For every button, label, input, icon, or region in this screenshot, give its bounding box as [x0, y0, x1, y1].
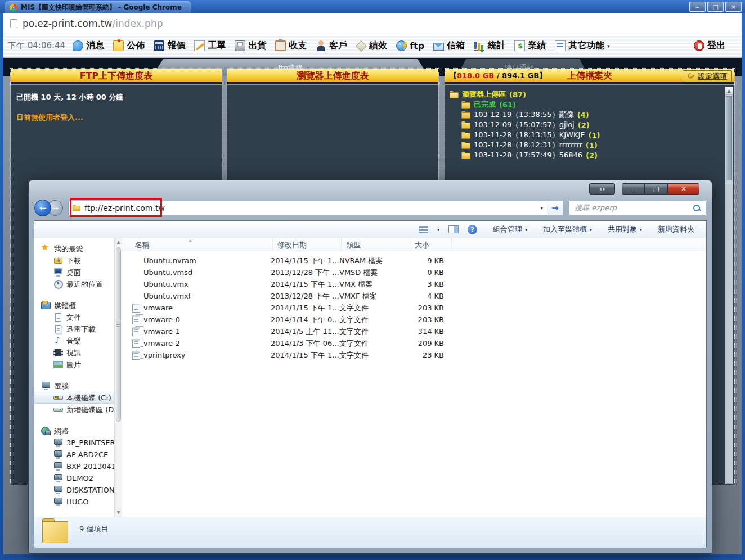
menu-item[interactable]: 公佈 [113, 40, 147, 52]
menu-item[interactable]: 報價 [154, 40, 188, 52]
menu-item[interactable]: 客戶 [316, 40, 350, 52]
explorer-window: ↔ – □ × ← → ftp://ez-print.com.tw ▾ → 搜尋… [28, 180, 712, 554]
file-name: Ubuntu.vmxf [140, 292, 271, 300]
menu-item[interactable]: 績效 [356, 40, 390, 52]
search-input[interactable]: 搜尋 ezperp [569, 201, 706, 215]
preview-pane-icon[interactable] [448, 225, 459, 233]
sidebar-item[interactable]: 3P_PRINTSERV3 [34, 437, 114, 449]
settings-button[interactable]: 設定選項 [683, 70, 732, 82]
folder-icon [42, 518, 68, 543]
menu-item[interactable]: 出貨 [235, 40, 269, 52]
calc-icon [154, 40, 164, 51]
column-header[interactable]: 類型 [342, 238, 410, 251]
command-item[interactable]: 共用對象 ▾ [608, 224, 642, 234]
menu-item[interactable]: 工單 [194, 40, 228, 52]
menu-item[interactable]: 其它功能 ▾ [555, 40, 610, 52]
sidebar-item[interactable]: 最近的位置 [34, 278, 114, 290]
tree-scrollbar[interactable]: ▲ [725, 87, 733, 484]
file-row[interactable]: Ubuntu.vmsd 2013/12/28 下午 ... VMSD 檔案 0 … [122, 267, 706, 278]
file-name: vmware-2 [140, 339, 271, 347]
sidebar-item[interactable]: 迅雷下載 [34, 323, 114, 335]
sidebar-item[interactable]: 音樂 [34, 335, 114, 347]
address-input[interactable]: ftp://ez-print.com.tw ▾ [68, 201, 547, 215]
pc2-icon [53, 486, 63, 494]
column-header[interactable]: 修改日期 [273, 238, 342, 251]
column-header[interactable]: 大小 [410, 238, 452, 251]
file-row[interactable]: Ubuntu.vmx 2014/1/15 下午 1... VMX 檔案 3 KB [122, 278, 706, 290]
sidebar-item[interactable]: 桌面 [34, 267, 114, 278]
tree-row[interactable]: 103-11-28（17:57:49）56846 (2) [461, 150, 723, 160]
msg-icon [73, 40, 83, 51]
file-name: vmware-1 [140, 327, 271, 336]
file-row[interactable]: vmware-1 2014/1/5 上午 11... 文字文件 314 KB [122, 326, 706, 337]
menu-item[interactable]: 消息 [73, 40, 107, 52]
sidebar-item[interactable]: 媒體櫃 [34, 300, 114, 311]
tree-row[interactable]: 瀏覽器上傳區 (87) [450, 89, 723, 100]
scroll-up-icon[interactable]: ▲ [115, 238, 122, 246]
chrome-address-bar[interactable]: po.ez-print.com.tw/index.php [3, 13, 742, 34]
caret-down-icon: ▾ [607, 43, 610, 49]
menu-item-label: 其它功能 [568, 40, 604, 52]
command-item[interactable]: 加入至媒體櫃 ▾ [543, 224, 592, 234]
tree-row[interactable]: 103-11-28（18:13:15）KJWKJE (1) [461, 130, 723, 140]
caret-down-icon: ▾ [640, 227, 642, 232]
file-row[interactable]: vprintproxy 2014/1/15 下午 1... 文字文件 23 KB [122, 349, 706, 361]
tree-row[interactable]: 103-12-19（13:38:55）顯像 (4) [461, 110, 723, 120]
menu-item[interactable]: 統計 [474, 40, 508, 52]
sidebar-item[interactable]: DEMO2 [34, 472, 114, 484]
sidebar-item[interactable]: 我的最愛 [34, 243, 114, 255]
menu-item[interactable]: ftp [396, 40, 427, 51]
mail-icon [433, 43, 444, 51]
sidebar-item[interactable]: AP-ABD2CE [34, 449, 114, 460]
panel-browser-progress-title: 瀏覽器上傳進度表 [227, 69, 438, 84]
resize-button[interactable]: ↔ [589, 183, 615, 195]
url-text[interactable]: po.ez-print.com.tw/index.php [23, 18, 163, 29]
menu-item[interactable]: 業績 [514, 40, 549, 52]
close-button[interactable]: × [725, 2, 742, 12]
scrollbar-thumb[interactable] [726, 96, 732, 180]
menu-item[interactable]: 收支 [275, 40, 309, 52]
menu-item[interactable]: 信箱 [433, 40, 468, 52]
chevron-down-icon[interactable]: ▾ [540, 205, 543, 211]
explorer-minimize-button[interactable]: – [622, 183, 645, 195]
file-row[interactable]: vmware-0 2014/1/14 下午 0... 文字文件 203 KB [122, 314, 706, 326]
sidebar-item[interactable]: 視訊 [34, 347, 114, 359]
back-button[interactable]: ← [34, 200, 51, 216]
file-type: 文字文件 [339, 350, 402, 360]
views-caret-icon[interactable]: ▾ [437, 227, 439, 232]
sidebar-item[interactable]: 文件 [34, 311, 114, 323]
scrollbar-thumb[interactable] [116, 247, 121, 422]
scroll-down-icon[interactable]: ▼ [115, 509, 122, 517]
sidebar-item[interactable]: BXP-20130415G [34, 460, 114, 472]
file-row[interactable]: Ubuntu.vmxf 2013/12/28 下午 ... VMXF 檔案 4 … [122, 290, 706, 302]
tree-row[interactable]: 已完成 (61) [461, 100, 723, 110]
tree-row[interactable]: 103-12-09（15:07:57）gjioj (2) [461, 120, 723, 130]
explorer-close-button[interactable]: × [668, 183, 699, 195]
sort-indicator-icon: ▲ [189, 238, 192, 243]
file-row[interactable]: Ubuntu.nvram 2014/1/15 下午 1... NVRAM 檔案 … [122, 255, 706, 267]
sidebar-item[interactable]: 電腦 [34, 380, 114, 392]
sidebar-item[interactable]: HUGO [34, 496, 114, 508]
minimize-button[interactable]: – [689, 2, 706, 12]
tree-row[interactable]: 103-11-28（18:12:31）rrrrrrrr (1) [461, 140, 723, 150]
views-icon[interactable] [419, 226, 428, 233]
sidebar-item[interactable]: 新增磁碟區 (D:) [34, 404, 114, 416]
help-icon[interactable]: ? [468, 225, 477, 234]
command-item[interactable]: 組合管理 ▾ [493, 224, 527, 234]
command-item[interactable]: 新增資料夾 [658, 224, 697, 234]
explorer-restore-button[interactable]: □ [645, 183, 668, 195]
menu-item[interactable]: 登出 [694, 40, 728, 52]
scroll-up-icon[interactable]: ▲ [725, 87, 733, 95]
file-row[interactable]: vmware-2 2014/1/3 下午 06... 文字文件 209 KB [122, 337, 706, 349]
sidebar-item[interactable]: 圖片 [34, 359, 114, 371]
column-header[interactable]: 名稱 [122, 238, 273, 251]
sidebar-item[interactable]: 本機磁碟 (C:) [34, 392, 114, 404]
maximize-button[interactable]: □ [707, 2, 724, 12]
sidebar-item[interactable]: 下載 [34, 255, 114, 267]
sidebar-scrollbar[interactable]: ▲ ▼ [114, 238, 122, 517]
go-button[interactable]: → [547, 201, 563, 215]
sidebar-item[interactable]: 網路 [34, 425, 114, 437]
file-row[interactable]: vmware 2014/1/15 下午 1... 文字文件 203 KB [122, 302, 706, 314]
sidebar-item[interactable]: DISKSTATION [34, 484, 114, 496]
file-size: 9 KB [402, 256, 444, 265]
